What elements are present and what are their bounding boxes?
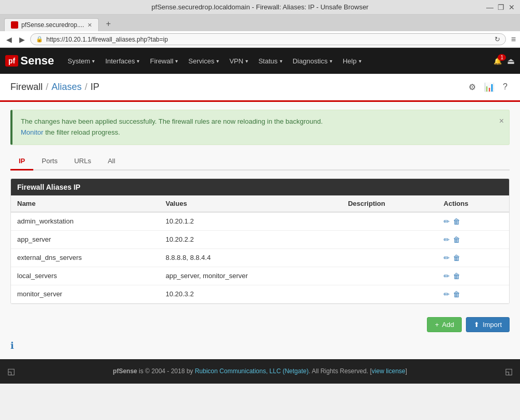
tab-favicon bbox=[11, 21, 18, 29]
nav-right: 🔔 1 ⏏ bbox=[493, 56, 515, 66]
url-text: https://10.20.1.1/firewall_aliases.php?t… bbox=[46, 36, 491, 43]
table-row: external_dns_servers 8.8.8.8, 8.8.4.4 ✏ … bbox=[11, 248, 509, 267]
nav-firewall[interactable]: Firewall ▾ bbox=[145, 50, 183, 72]
active-browser-tab[interactable]: pfSense.securedrop.... ✕ bbox=[4, 18, 99, 31]
cell-name: monitor_server bbox=[11, 285, 159, 303]
alert-close-button[interactable]: × bbox=[499, 114, 504, 128]
edit-button[interactable]: ✏ bbox=[444, 254, 450, 262]
edit-button[interactable]: ✏ bbox=[444, 217, 450, 226]
delete-button[interactable]: 🗑 bbox=[453, 254, 460, 262]
success-alert: The changes have been applied successful… bbox=[10, 110, 510, 145]
settings-icon[interactable]: ⚙ bbox=[466, 80, 478, 94]
monitor-link[interactable]: Monitor bbox=[21, 128, 43, 136]
refresh-button[interactable]: ↻ bbox=[495, 35, 500, 43]
info-icon[interactable]: ℹ bbox=[10, 340, 14, 351]
logo-text: Sense bbox=[20, 54, 54, 68]
footer-left-icon[interactable]: ◱ bbox=[7, 366, 15, 376]
nav-vpn[interactable]: VPN ▾ bbox=[224, 50, 253, 72]
delete-button[interactable]: 🗑 bbox=[453, 235, 460, 244]
navbar: pf Sense System ▾ Interfaces ▾ Firewall … bbox=[0, 48, 520, 74]
col-actions: Actions bbox=[437, 195, 509, 212]
add-icon: + bbox=[435, 321, 439, 329]
cell-values: 10.20.1.2 bbox=[159, 212, 342, 231]
info-section: ℹ bbox=[0, 337, 520, 359]
help-icon[interactable]: ? bbox=[501, 80, 510, 94]
nav-system[interactable]: System ▾ bbox=[62, 50, 100, 72]
logout-button[interactable]: ⏏ bbox=[507, 56, 515, 66]
footer: ◱ pfSense is © 2004 - 2018 by Rubicon Co… bbox=[0, 359, 520, 384]
cell-values: 10.20.3.2 bbox=[159, 285, 342, 303]
alert-count-badge: 1 bbox=[498, 54, 506, 61]
minimize-button[interactable]: — bbox=[486, 3, 493, 11]
cell-values: 10.20.2.2 bbox=[159, 230, 342, 248]
edit-button[interactable]: ✏ bbox=[444, 272, 450, 280]
breadcrumb-firewall: Firewall bbox=[10, 82, 43, 93]
browser-titlebar: pfSense.securedrop.localdomain - Firewal… bbox=[0, 0, 520, 15]
tab-ports[interactable]: Ports bbox=[33, 153, 66, 170]
cell-actions: ✏ 🗑 bbox=[437, 212, 509, 231]
tab-label: pfSense.securedrop.... bbox=[21, 21, 84, 29]
forward-button[interactable]: ▶ bbox=[17, 34, 27, 45]
footer-company-link[interactable]: Rubicon Communications, LLC (Netgate) bbox=[195, 368, 309, 375]
footer-right-icon[interactable]: ◱ bbox=[505, 366, 513, 376]
breadcrumb-sep1: / bbox=[46, 82, 48, 93]
cell-description bbox=[342, 285, 437, 303]
url-input[interactable]: 🔒 https://10.20.1.1/firewall_aliases.php… bbox=[30, 33, 506, 45]
cell-actions: ✏ 🗑 bbox=[437, 230, 509, 248]
close-tab-button[interactable]: ✕ bbox=[87, 22, 92, 29]
nav-diagnostics[interactable]: Diagnostics ▾ bbox=[288, 50, 337, 72]
nav-interfaces[interactable]: Interfaces ▾ bbox=[100, 50, 145, 72]
footer-license-link[interactable]: view license bbox=[372, 368, 406, 375]
browser-menu-button[interactable]: ≡ bbox=[511, 35, 516, 44]
col-name: Name bbox=[11, 195, 159, 212]
chevron-down-icon: ▾ bbox=[92, 58, 95, 64]
table-row: local_servers app_server, monitor_server… bbox=[11, 267, 509, 285]
cell-values: app_server, monitor_server bbox=[159, 267, 342, 285]
edit-button[interactable]: ✏ bbox=[444, 290, 450, 298]
tab-list: IP Ports URLs All bbox=[10, 153, 510, 170]
delete-button[interactable]: 🗑 bbox=[453, 217, 460, 226]
new-tab-button[interactable]: + bbox=[101, 17, 116, 31]
breadcrumb-aliases[interactable]: Aliases bbox=[51, 82, 82, 93]
maximize-button[interactable]: ❐ bbox=[498, 3, 504, 11]
table-header: Firewall Aliases IP bbox=[11, 179, 509, 195]
nav-services[interactable]: Services ▾ bbox=[183, 50, 224, 72]
breadcrumb-actions: ⚙ 📊 ? bbox=[466, 80, 510, 94]
import-button[interactable]: ⬆ Import bbox=[466, 317, 510, 332]
close-button[interactable]: ✕ bbox=[509, 3, 515, 11]
cell-values: 8.8.8.8, 8.8.4.4 bbox=[159, 248, 342, 267]
nav-status[interactable]: Status ▾ bbox=[253, 50, 288, 72]
chevron-down-icon: ▾ bbox=[137, 58, 139, 64]
edit-button[interactable]: ✏ bbox=[444, 235, 450, 244]
lock-icon: 🔒 bbox=[36, 36, 43, 43]
main-content: Firewall / Aliases / IP ⚙ 📊 ? The change… bbox=[0, 74, 520, 359]
col-description: Description bbox=[342, 195, 437, 212]
chart-icon[interactable]: 📊 bbox=[482, 80, 497, 94]
add-button[interactable]: + Add bbox=[427, 317, 462, 332]
chevron-down-icon: ▾ bbox=[330, 58, 332, 64]
breadcrumb-ip: IP bbox=[90, 82, 99, 93]
cell-description bbox=[342, 267, 437, 285]
browser-title: pfSense.securedrop.localdomain - Firewal… bbox=[151, 3, 368, 11]
nav-help[interactable]: Help ▾ bbox=[337, 50, 367, 72]
logo-icon: pf bbox=[5, 55, 18, 67]
aliases-table-container: Firewall Aliases IP Name Values Descript… bbox=[10, 178, 510, 304]
col-values: Values bbox=[159, 195, 342, 212]
window-controls[interactable]: — ❐ ✕ bbox=[486, 3, 515, 11]
breadcrumb-bar: Firewall / Aliases / IP ⚙ 📊 ? bbox=[0, 74, 520, 102]
alert-bell[interactable]: 🔔 1 bbox=[493, 57, 502, 65]
import-label: Import bbox=[483, 321, 502, 329]
delete-button[interactable]: 🗑 bbox=[453, 290, 460, 298]
chevron-down-icon: ▾ bbox=[216, 58, 219, 64]
tab-urls[interactable]: URLs bbox=[66, 153, 100, 170]
table-row: monitor_server 10.20.3.2 ✏ 🗑 bbox=[11, 285, 509, 303]
tab-container: IP Ports URLs All bbox=[0, 153, 520, 170]
back-button[interactable]: ◀ bbox=[4, 34, 14, 45]
tab-ip[interactable]: IP bbox=[10, 153, 33, 170]
tab-all[interactable]: All bbox=[99, 153, 123, 170]
delete-button[interactable]: 🗑 bbox=[453, 272, 460, 280]
breadcrumb: Firewall / Aliases / IP bbox=[10, 82, 99, 93]
footer-rights: . All Rights Reserved. [ bbox=[308, 368, 371, 375]
cell-name: external_dns_servers bbox=[11, 248, 159, 267]
footer-brand: pfSense bbox=[113, 368, 137, 375]
